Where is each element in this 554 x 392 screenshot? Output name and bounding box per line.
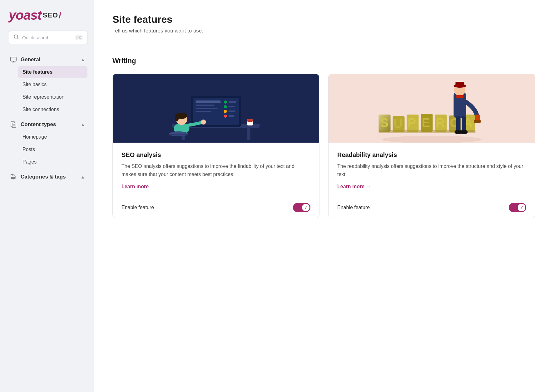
nav-section-header-categories-tags[interactable]: Categories & tags ▲ xyxy=(9,170,87,184)
svg-rect-2 xyxy=(11,57,16,61)
svg-text:P: P xyxy=(408,116,416,130)
seo-toggle-knob: ✓ xyxy=(302,204,309,211)
svg-rect-28 xyxy=(229,106,235,107)
svg-rect-37 xyxy=(247,119,253,122)
search-shortcut: ⌘K xyxy=(75,35,83,40)
general-section-label: General xyxy=(21,56,77,63)
nav-item-site-connections[interactable]: Site connections xyxy=(18,104,87,115)
svg-point-24 xyxy=(224,105,227,108)
nav-item-site-features[interactable]: Site features xyxy=(18,66,87,78)
readability-toggle-knob: ✓ xyxy=(518,204,525,211)
svg-point-25 xyxy=(224,110,227,113)
svg-text:E: E xyxy=(422,116,430,130)
svg-rect-62 xyxy=(456,95,464,98)
readability-enable-label: Enable feature xyxy=(337,205,370,210)
page-header: Site features Tell us which features you… xyxy=(94,0,554,44)
seo-enable-label: Enable feature xyxy=(121,205,154,210)
svg-rect-64 xyxy=(474,120,481,123)
logo-slash: / xyxy=(59,10,61,20)
main-content: Site features Tell us which features you… xyxy=(94,0,554,392)
svg-rect-21 xyxy=(196,108,218,109)
svg-line-1 xyxy=(17,38,19,39)
seo-analysis-description: The SEO analysis offers suggestions to i… xyxy=(121,162,310,178)
readability-analysis-description: The readability analysis offers suggesti… xyxy=(337,162,526,178)
nav-section-categories-tags: Categories & tags ▲ xyxy=(9,170,87,184)
svg-rect-19 xyxy=(196,100,221,103)
logo-seo-text: SEO xyxy=(43,11,58,19)
feature-cards-grid: SEO analysis The SEO analysis offers sug… xyxy=(112,74,535,218)
readability-analysis-card: S U P E R xyxy=(328,74,535,218)
svg-rect-22 xyxy=(196,111,211,112)
writing-section-title: Writing xyxy=(112,57,535,65)
categories-tags-chevron-icon: ▲ xyxy=(81,174,85,179)
content-types-section-label: Content types xyxy=(21,121,77,128)
svg-point-0 xyxy=(14,35,18,38)
svg-point-26 xyxy=(224,115,227,118)
svg-point-9 xyxy=(12,175,13,176)
svg-rect-27 xyxy=(229,101,236,103)
nav-item-homepage[interactable]: Homepage xyxy=(18,131,87,143)
svg-rect-61 xyxy=(456,82,464,87)
tags-icon xyxy=(10,174,17,180)
content-icon xyxy=(10,121,17,128)
readability-learn-more-text: Learn more xyxy=(337,184,364,189)
svg-rect-29 xyxy=(229,110,235,112)
svg-point-35 xyxy=(201,120,206,125)
content-types-nav-items: Homepage Posts Pages xyxy=(9,131,87,168)
content-types-chevron-icon: ▲ xyxy=(81,122,85,127)
nav-section-content-types: Content types ▲ Homepage Posts Pages xyxy=(9,118,87,168)
svg-rect-39 xyxy=(169,134,188,135)
seo-learn-more-text: Learn more xyxy=(121,184,149,189)
search-box[interactable]: Quick search... ⌘K xyxy=(9,31,87,44)
seo-analysis-learn-more-link[interactable]: Learn more → xyxy=(121,184,310,189)
readability-learn-more-arrow: → xyxy=(366,184,371,189)
readability-toggle-check-icon: ✓ xyxy=(520,205,523,210)
nav-section-header-content-types[interactable]: Content types ▲ xyxy=(9,118,87,131)
seo-analysis-toggle[interactable]: ✓ xyxy=(293,203,310,212)
monitor-icon xyxy=(10,56,17,63)
svg-rect-66 xyxy=(462,116,466,132)
seo-analysis-card-body: SEO analysis The SEO analysis offers sug… xyxy=(113,143,319,197)
nav-item-site-basics[interactable]: Site basics xyxy=(18,79,87,91)
general-nav-items: Site features Site basics Site represent… xyxy=(9,66,87,115)
search-icon xyxy=(13,34,19,41)
seo-learn-more-arrow: → xyxy=(151,184,156,189)
nav-item-site-representation[interactable]: Site representation xyxy=(18,91,87,103)
page-content: Writing xyxy=(94,44,554,237)
logo: yoast SEO / xyxy=(9,9,87,22)
svg-text:S: S xyxy=(380,116,389,130)
categories-tags-section-label: Categories & tags xyxy=(21,174,77,180)
svg-point-23 xyxy=(224,100,227,104)
nav-item-pages[interactable]: Pages xyxy=(18,156,87,168)
page-title: Site features xyxy=(112,14,535,25)
nav-section-header-general[interactable]: General ▲ xyxy=(9,53,87,66)
seo-analysis-title: SEO analysis xyxy=(121,151,310,159)
logo-yoast-text: yoast xyxy=(9,9,42,22)
page-subtitle: Tell us which features you want to use. xyxy=(112,28,535,34)
svg-point-34 xyxy=(175,114,179,121)
readability-analysis-toggle[interactable]: ✓ xyxy=(509,203,526,212)
svg-point-68 xyxy=(460,130,468,134)
svg-rect-65 xyxy=(456,116,461,132)
svg-text:U: U xyxy=(394,117,403,130)
search-placeholder: Quick search... xyxy=(22,35,72,40)
svg-text:R: R xyxy=(436,116,445,130)
nav-section-general: General ▲ Site features Site basics Site… xyxy=(9,53,87,115)
readability-analysis-card-image: S U P E R xyxy=(329,74,535,143)
general-chevron-icon: ▲ xyxy=(81,57,85,62)
readability-analysis-learn-more-link[interactable]: Learn more → xyxy=(337,184,526,189)
seo-analysis-card-image xyxy=(113,74,319,143)
sidebar: yoast SEO / Quick search... ⌘K General ▲ xyxy=(0,0,94,392)
readability-analysis-card-body: Readability analysis The readability ana… xyxy=(329,143,535,197)
seo-toggle-check-icon: ✓ xyxy=(304,205,308,210)
readability-analysis-title: Readability analysis xyxy=(337,151,526,159)
svg-rect-30 xyxy=(229,115,234,117)
seo-analysis-card: SEO analysis The SEO analysis offers sug… xyxy=(112,74,319,218)
svg-rect-14 xyxy=(247,128,250,140)
seo-analysis-card-footer: Enable feature ✓ xyxy=(113,197,319,218)
readability-analysis-card-footer: Enable feature ✓ xyxy=(329,197,535,218)
nav-item-posts[interactable]: Posts xyxy=(18,144,87,155)
svg-rect-20 xyxy=(196,105,215,106)
